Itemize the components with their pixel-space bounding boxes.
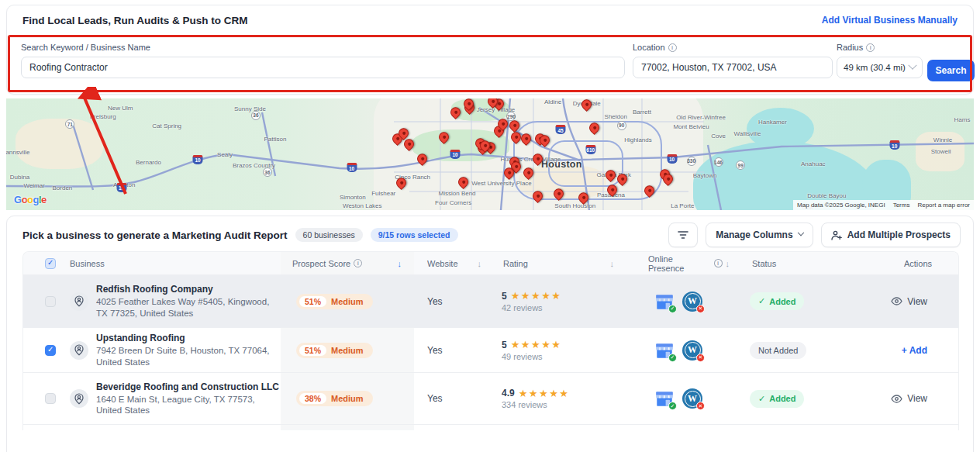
- business-name: Redfish Roofing Company: [96, 284, 281, 295]
- google-logo[interactable]: Google: [14, 194, 47, 205]
- map-pin[interactable]: [417, 154, 428, 166]
- sort-icon[interactable]: ↓: [726, 259, 730, 268]
- map-place-label: Old River-Winfree: [676, 114, 726, 121]
- map-pin[interactable]: [554, 188, 564, 201]
- x-badge-icon: ✕: [696, 354, 705, 362]
- map-place-label: Sheldon: [605, 113, 627, 120]
- check-badge-icon: ✓: [668, 402, 677, 410]
- map-place-label: La Porte: [671, 202, 694, 209]
- reviews-count: 42 reviews: [502, 303, 561, 312]
- sort-desc-icon[interactable]: ↓: [398, 259, 402, 268]
- map-pin[interactable]: [464, 98, 474, 111]
- select-all-checkbox[interactable]: [45, 258, 56, 269]
- score-level: Medium: [331, 297, 364, 306]
- add-virtual-business-link[interactable]: Add Virtual Business Manually: [822, 15, 958, 26]
- location-input[interactable]: [633, 57, 833, 78]
- map-pin[interactable]: [498, 119, 509, 132]
- wordpress-icon[interactable]: W ✕: [682, 292, 702, 312]
- map-place-label: annsville: [6, 149, 30, 156]
- prospect-score-info-icon[interactable]: i: [354, 259, 362, 267]
- table-row[interactable]: Upstanding Roofing 7942 Breen Dr Suite B…: [23, 327, 958, 372]
- map-pin[interactable]: [533, 191, 543, 203]
- wordpress-icon[interactable]: W ✕: [682, 388, 702, 409]
- search-button[interactable]: Search: [927, 60, 975, 81]
- map-pin[interactable]: [439, 133, 450, 145]
- map-pin[interactable]: [533, 154, 543, 166]
- sort-icon[interactable]: ↓: [478, 259, 482, 268]
- rating-value: 5: [502, 291, 507, 302]
- map-pin[interactable]: [606, 170, 616, 182]
- keyword-label: Search Keyword / Business Name: [21, 43, 625, 52]
- map-pin[interactable]: [578, 192, 589, 205]
- col-status: Status: [734, 259, 847, 268]
- map-pin[interactable]: [480, 140, 491, 153]
- manage-columns-button[interactable]: Manage Columns: [706, 223, 813, 247]
- filter-icon: [678, 230, 688, 240]
- map-pin[interactable]: [663, 174, 674, 186]
- score-level: Medium: [331, 346, 364, 355]
- google-business-profile-icon[interactable]: ✓: [654, 340, 675, 361]
- view-button[interactable]: View: [891, 393, 927, 404]
- map-pin[interactable]: [540, 136, 550, 148]
- location-label: Locationi: [633, 43, 833, 52]
- person-pin-icon: [74, 344, 85, 356]
- map-place-label: Double Bayou: [807, 192, 846, 199]
- map-pin[interactable]: [581, 99, 592, 112]
- map-place-label: Baytown: [693, 172, 717, 179]
- map-terms-link[interactable]: Terms: [889, 200, 914, 210]
- prospect-score-pill: 38% Medium: [296, 391, 373, 406]
- keyword-input[interactable]: [21, 57, 625, 78]
- map-place-label: Stowell: [931, 147, 951, 154]
- star-icons: ★★★★★: [511, 291, 562, 301]
- avatar: [70, 389, 88, 408]
- map-place-label: Wallisville: [734, 129, 761, 136]
- row-checkbox[interactable]: [45, 345, 56, 356]
- interstate-shield-icon: 10: [889, 140, 899, 150]
- map-pin[interactable]: [644, 185, 655, 198]
- map-pin[interactable]: [396, 178, 407, 190]
- row-checkbox[interactable]: [45, 393, 56, 404]
- avatar: [70, 292, 88, 311]
- eye-icon: [891, 297, 902, 305]
- chevron-down-icon: [797, 229, 803, 236]
- radius-select[interactable]: 49 km (30.4 mi): [837, 57, 923, 78]
- filter-button[interactable]: [668, 223, 698, 247]
- map-pin[interactable]: [617, 174, 628, 186]
- add-multiple-prospects-button[interactable]: Add Multiple Prospects: [821, 223, 961, 247]
- map-attribution: Map data ©2025 Google, INEGI Terms Repor…: [793, 200, 974, 210]
- map-pin[interactable]: [523, 167, 534, 180]
- prospect-score-pill: 51% Medium: [296, 343, 373, 358]
- table-row[interactable]: Beveridge Roofing and Construction LLC 1…: [23, 372, 958, 424]
- map-place-label: Barrett: [633, 109, 651, 116]
- map-pin[interactable]: [404, 139, 415, 151]
- map-pin[interactable]: [607, 185, 618, 197]
- map-pin[interactable]: [521, 134, 532, 147]
- location-info-icon[interactable]: i: [668, 43, 677, 52]
- radius-info-icon[interactable]: i: [866, 43, 875, 52]
- row-checkbox[interactable]: [45, 296, 56, 307]
- sort-icon[interactable]: ↓: [610, 259, 615, 268]
- map-pin[interactable]: [450, 107, 461, 119]
- map-place-label: Mont Belvieu: [673, 123, 709, 130]
- google-business-profile-icon[interactable]: ✓: [654, 388, 675, 409]
- person-pin-icon: [74, 393, 85, 405]
- score-percent: 51%: [299, 345, 326, 356]
- map-pin[interactable]: [589, 123, 600, 136]
- check-badge-icon: ✓: [668, 305, 677, 313]
- online-presence-info-icon[interactable]: i: [714, 259, 723, 267]
- state-route-shield-icon: 99: [736, 160, 745, 170]
- map-place-label: Weston Lakes: [343, 202, 382, 209]
- wordpress-icon[interactable]: W ✕: [682, 340, 702, 361]
- add-button[interactable]: + Add: [902, 345, 927, 356]
- map-place-label: New Ulm: [108, 104, 133, 111]
- map-canvas[interactable]: Google Map data ©2025 Google, INEGI Term…: [6, 98, 974, 210]
- map-report-error-link[interactable]: Report a map error: [913, 200, 974, 210]
- map-pin[interactable]: [458, 177, 469, 189]
- map-place-label: Aldine: [544, 98, 561, 105]
- view-button[interactable]: View: [891, 296, 927, 307]
- table-row[interactable]: Redfish Roofing Company 4025 Feather Lak…: [23, 274, 958, 327]
- prospects-table: Business Prospect Scorei ↓ Website ↓ Rat…: [22, 251, 959, 430]
- google-business-profile-icon[interactable]: ✓: [654, 292, 675, 312]
- map-pin[interactable]: [488, 98, 499, 109]
- map-pin[interactable]: [504, 167, 515, 180]
